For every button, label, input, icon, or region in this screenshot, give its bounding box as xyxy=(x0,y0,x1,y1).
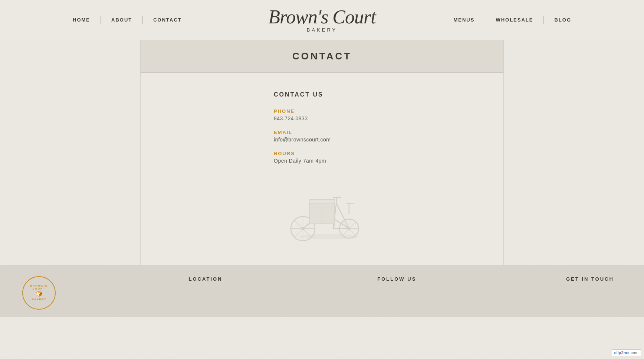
page-title-banner: CONTACT xyxy=(141,40,503,73)
site-logo[interactable]: Brown's Court BAKERY xyxy=(268,7,375,32)
svg-line-25 xyxy=(303,224,309,229)
phone-value: 843.724.0833 xyxy=(274,115,370,121)
nav-menus[interactable]: MENUS xyxy=(443,14,485,26)
footer-touch-heading: GET IN TOUCH xyxy=(566,276,622,282)
phone-section: PHONE 843.724.0833 xyxy=(274,108,370,121)
nav-blog[interactable]: BLOG xyxy=(544,14,582,26)
nav-contact[interactable]: CONTACT xyxy=(143,14,192,26)
footer-bread-icon: 🍞 xyxy=(23,291,55,297)
footer-touch: GET IN TOUCH xyxy=(566,276,622,285)
footer-location-heading: LOCATION xyxy=(189,276,244,282)
footer-follow: FOLLOW US xyxy=(377,276,433,285)
footer-location: LOCATION xyxy=(189,276,244,285)
nav-home[interactable]: HOME xyxy=(62,14,101,26)
main-content: CONTACT CONTACT US PHONE 843.724.0833 EM… xyxy=(0,40,644,265)
footer-logo-inner: BROWN'S COURT 🍞 BAKERY xyxy=(23,285,55,301)
logo-script-text: Brown's Court xyxy=(268,7,375,27)
contact-content: CONTACT US PHONE 843.724.0833 EMAIL info… xyxy=(141,73,503,265)
hours-label: HOURS xyxy=(274,151,370,156)
nav-right: MENUS WHOLESALE BLOG xyxy=(443,14,582,26)
nav-wholesale[interactable]: WHOLESALE xyxy=(485,14,543,26)
nav-about[interactable]: ABOUT xyxy=(101,14,142,26)
email-section: EMAIL info@brownscourt.com xyxy=(274,130,370,143)
phone-label: PHONE xyxy=(274,108,370,114)
site-footer: BROWN'S COURT 🍞 BAKERY LOCATION FOLLOW U… xyxy=(0,265,644,317)
contact-us-heading: CONTACT US xyxy=(274,91,370,98)
footer-follow-heading: FOLLOW US xyxy=(377,276,433,282)
hours-value: Open Daily 7am-4pm xyxy=(274,158,370,164)
logo-bakery-text: BAKERY xyxy=(268,27,375,32)
main-nav: HOME ABOUT CONTACT Brown's Court BAKERY … xyxy=(62,7,582,32)
svg-rect-24 xyxy=(309,199,335,204)
watermark: clip2net.com xyxy=(612,349,641,356)
content-box: CONTACT CONTACT US PHONE 843.724.0833 EM… xyxy=(140,40,504,265)
hours-section: HOURS Open Daily 7am-4pm xyxy=(274,151,370,164)
footer-logo-text-bottom: BAKERY xyxy=(23,298,55,301)
content-wrapper: CONTACT CONTACT US PHONE 843.724.0833 EM… xyxy=(133,40,511,265)
footer-logo: BROWN'S COURT 🍞 BAKERY xyxy=(22,276,56,310)
email-value[interactable]: info@brownscourt.com xyxy=(274,137,370,143)
nav-left: HOME ABOUT CONTACT xyxy=(62,14,192,26)
bike-illustration xyxy=(274,183,370,242)
site-header: HOME ABOUT CONTACT Brown's Court BAKERY … xyxy=(0,0,644,40)
cargo-bike-svg xyxy=(277,183,367,242)
email-label: EMAIL xyxy=(274,130,370,135)
footer-logo-text-top: BROWN'S COURT xyxy=(23,285,55,290)
page-title: CONTACT xyxy=(155,50,489,62)
